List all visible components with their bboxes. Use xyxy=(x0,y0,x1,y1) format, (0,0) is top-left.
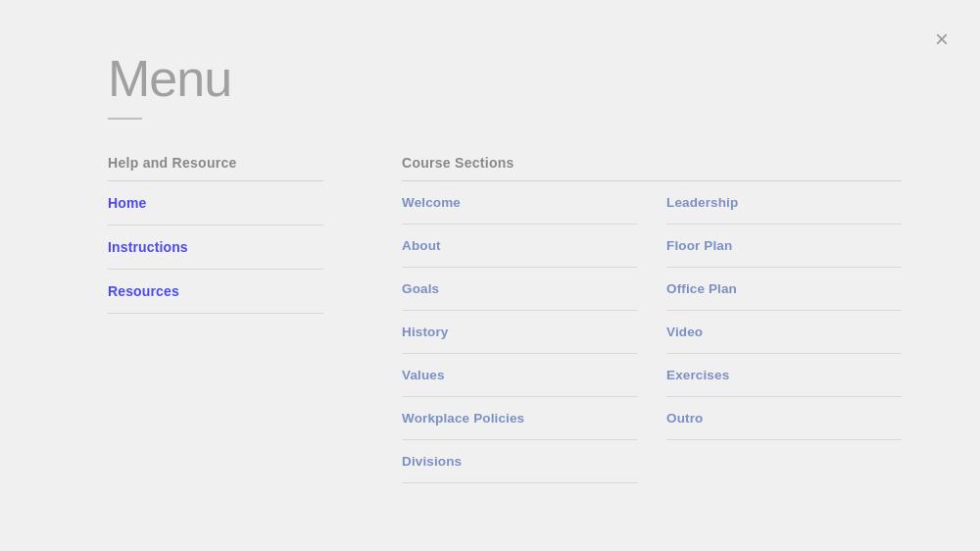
help-section-header: Help and Resource xyxy=(108,155,323,181)
course-item-workplace-policies[interactable]: Workplace Policies xyxy=(402,397,637,440)
course-item-about[interactable]: About xyxy=(402,225,637,268)
course-columns-container: WelcomeAboutGoalsHistoryValuesWorkplace … xyxy=(402,181,902,483)
course-item-exercises[interactable]: Exercises xyxy=(666,354,902,397)
course-item-office-plan[interactable]: Office Plan xyxy=(666,268,902,311)
course-item-video[interactable]: Video xyxy=(666,311,902,354)
close-button[interactable]: × xyxy=(931,24,953,55)
help-item-resources[interactable]: Resources xyxy=(108,270,323,314)
course-item-goals[interactable]: Goals xyxy=(402,268,637,311)
course-item-divisions[interactable]: Divisions xyxy=(402,440,637,483)
menu-container: Menu Help and Resource HomeInstructionsR… xyxy=(0,0,980,523)
course-item-history[interactable]: History xyxy=(402,311,637,354)
course-section: Course Sections WelcomeAboutGoalsHistory… xyxy=(402,155,902,483)
help-item-instructions[interactable]: Instructions xyxy=(108,225,323,270)
help-item-home[interactable]: Home xyxy=(108,181,323,225)
course-section-header: Course Sections xyxy=(402,155,902,181)
course-left-column: WelcomeAboutGoalsHistoryValuesWorkplace … xyxy=(402,181,637,483)
course-item-outro[interactable]: Outro xyxy=(666,397,902,440)
course-item-floor-plan[interactable]: Floor Plan xyxy=(666,225,902,268)
columns-wrapper: Help and Resource HomeInstructionsResour… xyxy=(108,155,902,483)
course-item-welcome[interactable]: Welcome xyxy=(402,181,637,225)
course-item-values[interactable]: Values xyxy=(402,354,637,397)
title-divider xyxy=(108,118,142,120)
menu-title: Menu xyxy=(108,49,902,108)
help-section: Help and Resource HomeInstructionsResour… xyxy=(108,155,323,483)
course-right-column: LeadershipFloor PlanOffice PlanVideoExer… xyxy=(666,181,902,483)
course-item-leadership[interactable]: Leadership xyxy=(666,181,902,225)
help-nav-list: HomeInstructionsResources xyxy=(108,181,323,314)
